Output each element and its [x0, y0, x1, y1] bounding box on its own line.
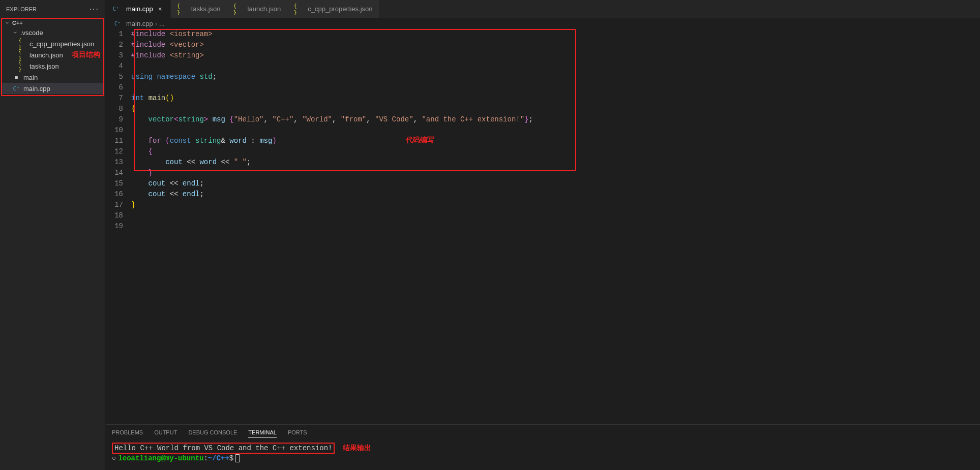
panel-tab-output[interactable]: OUTPUT	[154, 427, 177, 437]
tree-item-label: .vscode	[20, 29, 43, 37]
tree-root[interactable]: C++	[2, 19, 103, 27]
json-icon: { }	[18, 62, 26, 70]
tab-label: c_cpp_properties.json	[308, 5, 372, 13]
code-content[interactable]: #include <iostream>#include <vector>#inc…	[131, 29, 980, 232]
tree-file-launch-json[interactable]: { } launch.json	[2, 49, 103, 60]
cpp-icon: C⁺	[12, 84, 20, 92]
code-line[interactable]: for (const string& word : msg)	[131, 136, 980, 146]
line-number-gutter: 12345678910111213141516171819	[106, 29, 131, 232]
cursor-icon	[235, 454, 240, 462]
prompt-sep: :	[203, 454, 207, 462]
tab-main-cpp[interactable]: C⁺ main.cpp ×	[106, 0, 171, 18]
breadcrumb-file: main.cpp	[126, 20, 153, 27]
json-icon: { }	[233, 5, 242, 13]
terminal-prompt-line: ○ leoatliang@my-ubuntu : ~/C++ $	[112, 453, 974, 463]
panel-tab-debug-console[interactable]: DEBUG CONSOLE	[188, 427, 237, 437]
tab-c-cpp-properties-json[interactable]: { } c_cpp_properties.json	[287, 0, 379, 18]
panel-tab-terminal[interactable]: TERMINAL	[248, 427, 277, 438]
prompt-bullet: ○	[112, 454, 116, 462]
code-line[interactable]: }	[131, 200, 980, 210]
annotation-output: 结果输出	[343, 444, 371, 453]
tab-tasks-json[interactable]: { } tasks.json	[171, 0, 227, 18]
tree-file-main-cpp[interactable]: C⁺ main.cpp	[2, 83, 103, 94]
tree-file-c-cpp-properties[interactable]: { } c_cpp_properties.json	[2, 38, 103, 49]
more-icon[interactable]: ···	[90, 5, 99, 14]
code-line[interactable]: }	[131, 168, 980, 178]
code-line[interactable]: #include <vector>	[131, 40, 980, 50]
tree-item-label: c_cpp_properties.json	[29, 40, 94, 48]
cpp-icon: C⁺	[112, 5, 120, 13]
terminal[interactable]: Hello C++ World from VS Code and the C++…	[106, 440, 980, 470]
code-line[interactable]	[131, 210, 980, 221]
tree-item-label: main.cpp	[23, 85, 50, 92]
chevron-down-icon	[4, 20, 10, 26]
explorer-title: EXPLORER	[6, 6, 37, 12]
code-line[interactable]: using namespace std;	[131, 72, 980, 82]
code-line[interactable]: #include <iostream>	[131, 29, 980, 40]
code-line[interactable]: cout << word << " ";	[131, 157, 980, 168]
tab-bar: C⁺ main.cpp × { } tasks.json { } launch.…	[106, 0, 980, 18]
prompt-user: leoatliang@my-ubuntu	[118, 454, 203, 462]
code-line[interactable]: {	[131, 104, 980, 114]
json-icon: { }	[18, 51, 26, 59]
breadcrumb-more: ...	[159, 20, 165, 27]
chevron-down-icon	[12, 29, 18, 36]
tree-item-label: main	[23, 74, 38, 81]
code-line[interactable]: vector<string> msg {"Hello", "C++", "Wor…	[131, 114, 980, 125]
bottom-panel: PROBLEMSOUTPUTDEBUG CONSOLETERMINALPORTS…	[106, 424, 980, 470]
tab-label: tasks.json	[191, 5, 221, 13]
breadcrumb[interactable]: C⁺ main.cpp › ...	[106, 18, 980, 29]
code-line[interactable]: {	[131, 146, 980, 157]
prompt-end: $	[229, 454, 233, 462]
close-icon[interactable]: ×	[156, 5, 164, 13]
panel-tabs: PROBLEMSOUTPUTDEBUG CONSOLETERMINALPORTS	[106, 425, 980, 440]
tree-item-label: launch.json	[29, 51, 63, 59]
panel-tab-ports[interactable]: PORTS	[288, 427, 307, 437]
main-area: C⁺ main.cpp × { } tasks.json { } launch.…	[106, 0, 980, 470]
tree-folder-vscode[interactable]: .vscode	[2, 27, 103, 38]
code-line[interactable]	[131, 125, 980, 136]
terminal-output: Hello C++ World from VS Code and the C++…	[112, 443, 335, 454]
sidebar: EXPLORER ··· C++ .vscode { } c_cpp_prope…	[0, 0, 106, 470]
code-line[interactable]	[131, 61, 980, 72]
code-line[interactable]	[131, 82, 980, 93]
tab-label: launch.json	[248, 5, 281, 13]
code-line[interactable]	[131, 221, 980, 232]
tree-item-label: tasks.json	[29, 62, 59, 70]
file-tree: C++ .vscode { } c_cpp_properties.json { …	[1, 18, 104, 96]
code-line[interactable]: cout << endl;	[131, 189, 980, 200]
json-icon: { }	[18, 40, 26, 48]
json-icon: { }	[293, 5, 302, 13]
binary-icon: ≡	[12, 73, 20, 81]
tab-label: main.cpp	[126, 5, 153, 13]
tree-root-label: C++	[12, 20, 23, 26]
code-line[interactable]: int main()	[131, 93, 980, 104]
prompt-path: ~/C++	[208, 454, 229, 462]
code-line[interactable]: cout << endl;	[131, 178, 980, 189]
tree-file-main[interactable]: ≡ main	[2, 72, 103, 83]
editor[interactable]: 12345678910111213141516171819 #include <…	[106, 29, 980, 424]
panel-tab-problems[interactable]: PROBLEMS	[112, 427, 143, 437]
tab-launch-json[interactable]: { } launch.json	[227, 0, 288, 18]
chevron-right-icon: ›	[155, 20, 157, 27]
tree-file-tasks-json[interactable]: { } tasks.json	[2, 60, 103, 72]
json-icon: { }	[177, 5, 185, 13]
code-line[interactable]: #include <string>	[131, 50, 980, 61]
explorer-header: EXPLORER ···	[0, 0, 105, 18]
cpp-icon: C⁺	[114, 20, 121, 27]
